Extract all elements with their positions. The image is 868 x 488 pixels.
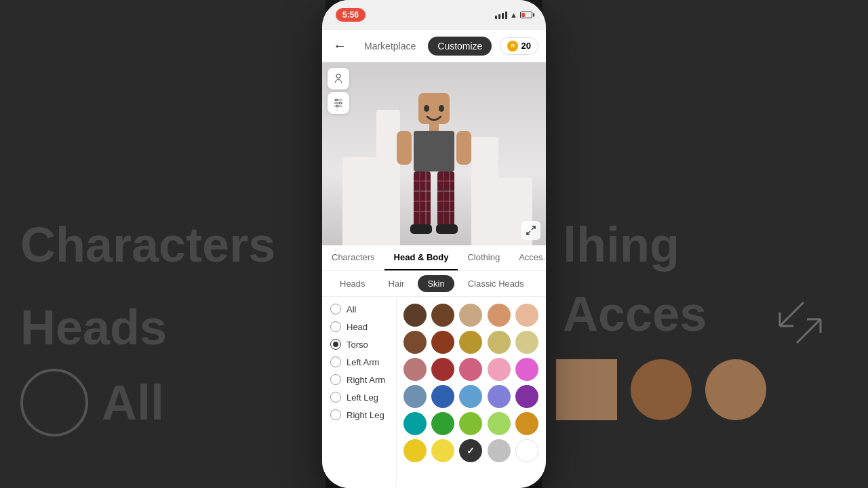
marketplace-tab[interactable]: Marketplace (355, 37, 425, 56)
color-swatch-11[interactable] (403, 358, 427, 381)
bg-all-label: All (102, 375, 164, 430)
color-swatch-16[interactable] (403, 385, 427, 408)
body-part-left-leg-label: Left Leg (347, 392, 378, 403)
color-swatch-selected[interactable] (459, 439, 482, 462)
color-swatch-19[interactable] (488, 385, 511, 408)
subtab-heads[interactable]: Heads (330, 275, 375, 292)
bg-characters-text: Characters (20, 217, 305, 272)
subtab-classic-heads[interactable]: Classic Heads (458, 275, 534, 292)
tab-clothing[interactable]: Clothing (458, 245, 509, 270)
radio-torso-dot (333, 342, 338, 347)
color-swatch-3[interactable] (459, 304, 482, 327)
sliders-icon-btn[interactable] (328, 92, 349, 114)
bg-clothing-text: lhing (563, 217, 848, 272)
color-swatch-26[interactable] (403, 439, 427, 462)
svg-line-0 (780, 302, 804, 326)
body-part-left-arm[interactable]: Left Arm (330, 355, 388, 369)
wifi-icon: ▲ (510, 11, 517, 19)
body-parts-list: All Head Torso Left Arm Right Arm (322, 297, 397, 485)
body-part-torso-label: Torso (347, 340, 368, 350)
tab-characters[interactable]: Characters (322, 245, 384, 270)
character-icon-btn[interactable] (328, 68, 349, 89)
status-icons: ▲ (495, 11, 532, 19)
signal-bar-2 (498, 14, 500, 19)
bg-circle-all (20, 369, 88, 436)
color-swatch-22[interactable] (431, 412, 454, 435)
character-sidebar (322, 62, 352, 119)
bg-heads-text: Heads (20, 300, 305, 355)
svg-point-12 (336, 105, 338, 107)
color-swatch-24[interactable] (488, 412, 511, 435)
svg-rect-17 (414, 131, 454, 171)
color-swatch-23[interactable] (459, 412, 482, 435)
body-part-torso[interactable]: Torso (330, 338, 388, 351)
body-part-right-arm-label: Right Arm (347, 375, 385, 385)
svg-point-14 (424, 105, 429, 112)
sub-tabs: Heads Hair Skin Classic Heads (322, 271, 546, 297)
customize-tab[interactable]: Customize (428, 37, 492, 56)
body-part-left-leg[interactable]: Left Leg (330, 390, 388, 404)
svg-rect-18 (397, 131, 412, 165)
svg-line-3 (797, 319, 821, 343)
color-swatch-18[interactable] (459, 385, 482, 408)
color-swatch-20[interactable] (515, 385, 538, 408)
back-button[interactable]: ← (333, 38, 347, 54)
bg-collapse-arrows (773, 296, 827, 352)
color-swatch-12[interactable] (431, 358, 454, 381)
color-swatch-17[interactable] (431, 385, 454, 408)
status-time: 5:56 (336, 8, 366, 22)
color-swatch-9[interactable] (488, 331, 511, 354)
color-swatch-8[interactable] (459, 331, 482, 354)
svg-rect-34 (410, 224, 432, 234)
coin-icon: R (507, 41, 518, 52)
svg-point-11 (340, 102, 342, 104)
battery-fill (521, 13, 525, 17)
body-part-left-arm-label: Left Arm (347, 357, 379, 367)
color-swatch-6[interactable] (403, 331, 427, 354)
color-swatch-13[interactable] (459, 358, 482, 381)
radio-head (330, 321, 341, 332)
tab-head-body[interactable]: Head & Body (384, 245, 458, 270)
expand-button[interactable] (521, 221, 540, 240)
bg-left-panel: Characters Heads All (0, 0, 326, 488)
signal-bar-3 (502, 13, 504, 19)
svg-point-15 (439, 105, 444, 112)
color-swatch-10[interactable] (515, 331, 538, 354)
battery-icon (520, 12, 532, 18)
color-swatch-27[interactable] (431, 439, 454, 462)
svg-rect-21 (437, 171, 454, 226)
body-part-right-leg[interactable]: Right Leg (330, 408, 388, 422)
tab-accessories[interactable]: Acces... (509, 245, 546, 270)
bg-skin-circle-1 (556, 359, 617, 420)
color-swatch-29[interactable] (488, 439, 511, 462)
color-swatch-21[interactable] (403, 412, 427, 435)
body-part-all[interactable]: All (330, 302, 388, 316)
nav-tabs: Marketplace Customize (355, 37, 492, 56)
character-preview (322, 62, 546, 245)
signal-bar-4 (505, 12, 507, 19)
radio-right-arm (330, 374, 341, 385)
bg-skin-circle-3 (705, 359, 766, 420)
subtab-skin[interactable]: Skin (418, 275, 454, 292)
nav-bar: ← Marketplace Customize R 20 (322, 30, 546, 62)
color-swatch-30[interactable] (515, 439, 538, 462)
phone-container: 5:56 ▲ ← Marketplace Customize R 20 (322, 0, 546, 488)
radio-left-leg (330, 392, 341, 403)
color-swatch-7[interactable] (431, 331, 454, 354)
bg-skin-circle-2 (631, 359, 692, 420)
body-part-right-arm[interactable]: Right Arm (330, 373, 388, 386)
color-swatch-4[interactable] (488, 304, 511, 327)
color-swatch-2[interactable] (431, 304, 454, 327)
body-part-head[interactable]: Head (330, 320, 388, 333)
signal-bar-1 (495, 16, 497, 19)
color-swatch-1[interactable] (403, 304, 427, 327)
color-swatch-15[interactable] (515, 358, 538, 381)
color-swatch-25[interactable] (515, 412, 538, 435)
currency-badge: R 20 (500, 37, 538, 55)
subtab-hair[interactable]: Hair (379, 275, 414, 292)
standard-label: Standard (322, 485, 546, 488)
radio-right-leg (330, 409, 341, 420)
color-swatch-14[interactable] (488, 358, 511, 381)
color-swatch-5[interactable] (515, 304, 538, 327)
svg-point-10 (336, 99, 338, 101)
